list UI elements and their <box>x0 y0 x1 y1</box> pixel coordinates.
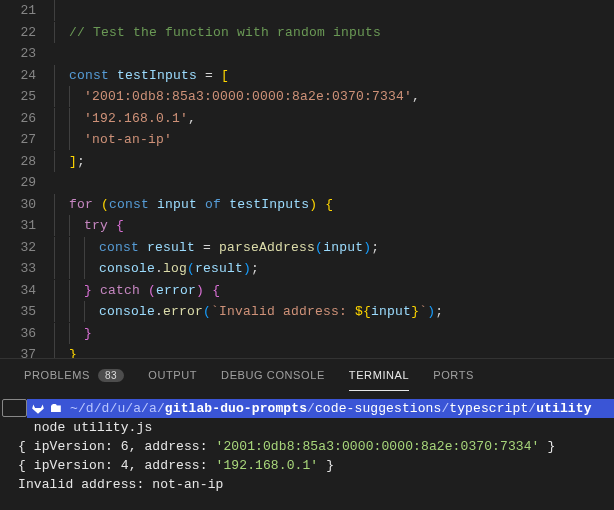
prompt-dir: utility <box>536 399 591 418</box>
code-content: ]; <box>54 151 614 172</box>
tab-output[interactable]: OUTPUT <box>148 361 197 390</box>
code-line[interactable]: 26'192.168.0.1', <box>0 108 614 130</box>
prompt-path-dim: ~/d/d/u/a/a/ <box>62 399 165 418</box>
code-content: const testInputs = [ <box>54 65 614 86</box>
prompt-path: 🖿 ~/d/d/u/a/a/gitlab-duo-prompts/code-su… <box>27 399 614 418</box>
gitlab-icon <box>27 401 49 415</box>
code-line[interactable]: 23 <box>0 43 614 65</box>
line-number: 36 <box>0 326 54 341</box>
code-content: } <box>54 323 614 344</box>
folder-icon: 🖿 <box>49 399 62 418</box>
code-line[interactable]: 37} <box>0 344 614 358</box>
line-number: 23 <box>0 46 54 61</box>
code-line[interactable]: 25'2001:0db8:85a3:0000:0000:8a2e:0370:73… <box>0 86 614 108</box>
prompt-caret-box <box>2 399 27 417</box>
code-content: } <box>54 344 614 358</box>
code-line[interactable]: 24const testInputs = [ <box>0 65 614 87</box>
code-line[interactable]: 27'not-an-ip' <box>0 129 614 151</box>
tab-debug-console[interactable]: DEBUG CONSOLE <box>221 361 325 390</box>
code-content: 'not-an-ip' <box>54 129 614 150</box>
line-number: 24 <box>0 68 54 83</box>
line-number: 35 <box>0 304 54 319</box>
code-line[interactable]: 28]; <box>0 151 614 173</box>
code-line[interactable]: 21 <box>0 0 614 22</box>
prompt-repo: gitlab-duo-prompts <box>165 399 307 418</box>
code-line[interactable]: 22// Test the function with random input… <box>0 22 614 44</box>
code-content: '2001:0db8:85a3:0000:0000:8a2e:0370:7334… <box>54 86 614 107</box>
code-line[interactable]: 33console.log(result); <box>0 258 614 280</box>
terminal-command: node utility.js <box>0 418 614 437</box>
line-number: 33 <box>0 261 54 276</box>
line-number: 22 <box>0 25 54 40</box>
code-content <box>54 0 614 21</box>
code-line[interactable]: 32const result = parseAddress(input); <box>0 237 614 259</box>
line-number: 31 <box>0 218 54 233</box>
terminal-output-line: Invalid address: not-an-ip <box>0 475 614 494</box>
panel-tabs: PROBLEMS 83 OUTPUT DEBUG CONSOLE TERMINA… <box>0 358 614 392</box>
terminal-output-line: { ipVersion: 4, address: '192.168.0.1' } <box>0 456 614 475</box>
terminal-panel[interactable]: 🖿 ~/d/d/u/a/a/gitlab-duo-prompts/code-su… <box>0 392 614 494</box>
tab-problems[interactable]: PROBLEMS 83 <box>24 361 124 391</box>
code-content: try { <box>54 215 614 236</box>
code-content: for (const input of testInputs) { <box>54 194 614 215</box>
code-content: console.log(result); <box>54 258 614 279</box>
code-content: // Test the function with random inputs <box>54 22 614 43</box>
line-number: 28 <box>0 154 54 169</box>
terminal-prompt: 🖿 ~/d/d/u/a/a/gitlab-duo-prompts/code-su… <box>0 398 614 418</box>
code-line[interactable]: 35console.error(`Invalid address: ${inpu… <box>0 301 614 323</box>
line-number: 34 <box>0 283 54 298</box>
line-number: 32 <box>0 240 54 255</box>
code-content: } catch (error) { <box>54 280 614 301</box>
code-line[interactable]: 29 <box>0 172 614 194</box>
line-number: 37 <box>0 347 54 358</box>
line-number: 30 <box>0 197 54 212</box>
code-editor[interactable]: 2122// Test the function with random inp… <box>0 0 614 358</box>
problems-count-badge: 83 <box>98 369 124 382</box>
code-line[interactable]: 34} catch (error) { <box>0 280 614 302</box>
tab-problems-label: PROBLEMS <box>24 369 90 381</box>
tab-ports[interactable]: PORTS <box>433 361 474 390</box>
code-content: '192.168.0.1', <box>54 108 614 129</box>
line-number: 29 <box>0 175 54 190</box>
line-number: 26 <box>0 111 54 126</box>
code-line[interactable]: 30for (const input of testInputs) { <box>0 194 614 216</box>
terminal-output-line: { ipVersion: 6, address: '2001:0db8:85a3… <box>0 437 614 456</box>
line-number: 27 <box>0 132 54 147</box>
code-content: const result = parseAddress(input); <box>54 237 614 258</box>
code-content: console.error(`Invalid address: ${input}… <box>54 301 614 322</box>
line-number: 25 <box>0 89 54 104</box>
line-number: 21 <box>0 3 54 18</box>
code-line[interactable]: 31try { <box>0 215 614 237</box>
code-line[interactable]: 36} <box>0 323 614 345</box>
tab-terminal[interactable]: TERMINAL <box>349 361 409 391</box>
